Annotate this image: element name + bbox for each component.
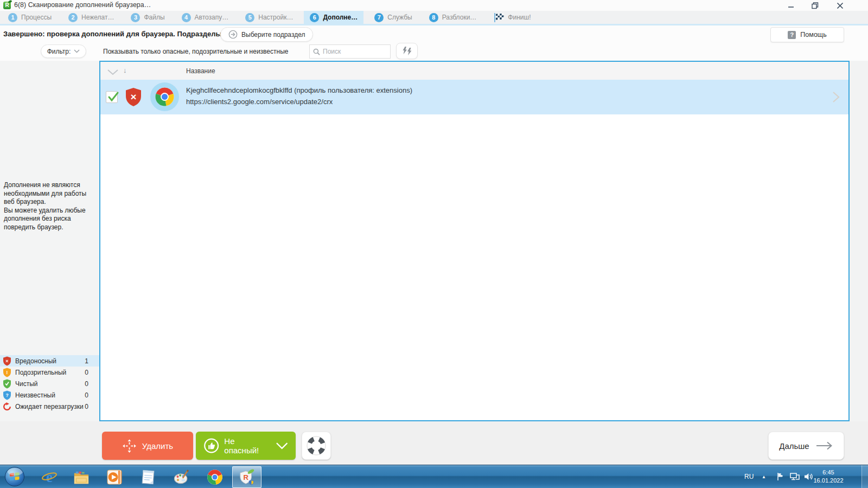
shield-x-icon: × bbox=[125, 87, 142, 107]
results-table: ↓ Название × Kjeghcllfecehndceplomkocgfb… bbox=[99, 61, 850, 421]
file-explorer-icon[interactable] bbox=[73, 469, 90, 485]
chevron-down-icon bbox=[276, 442, 288, 450]
detection-details: Kjeghcllfecehndceplomkocgfbklffd (профил… bbox=[186, 86, 412, 106]
table-header: ↓ Название bbox=[100, 62, 848, 80]
action-bar: Удалить Не опасный! Дальше bbox=[0, 421, 868, 465]
refresh-button[interactable] bbox=[396, 43, 418, 59]
stat-unknown[interactable]: ? Неизвестный 0 bbox=[0, 389, 99, 401]
addon-info-text: Дополнения не являются необходимыми для … bbox=[4, 181, 96, 232]
stat-count: 0 bbox=[85, 391, 88, 399]
close-button[interactable] bbox=[833, 0, 846, 11]
language-indicator[interactable]: RU bbox=[744, 473, 754, 480]
action-center-flag-icon[interactable] bbox=[776, 472, 786, 481]
row-checkbox-checked[interactable] bbox=[106, 91, 118, 103]
column-header-name[interactable]: Название bbox=[186, 67, 215, 75]
detection-stats: × Вредоносный 1 ! Подозрительный 0 Чисты… bbox=[0, 355, 99, 412]
stat-count: 0 bbox=[85, 403, 88, 410]
checkmark-icon bbox=[107, 90, 120, 103]
row-expand-chevron-icon[interactable] bbox=[832, 91, 840, 103]
tab-step-2-unwanted[interactable]: 2Нежелат… bbox=[62, 11, 120, 24]
next-button[interactable]: Дальше bbox=[768, 432, 844, 460]
tab-step-1-processes[interactable]: 1Процессы bbox=[2, 11, 58, 24]
finish-flag-icon bbox=[493, 12, 504, 23]
question-mark-icon: ? bbox=[788, 31, 796, 39]
svg-text:×: × bbox=[5, 358, 8, 364]
delete-button[interactable]: Удалить bbox=[102, 432, 193, 460]
paint-icon[interactable] bbox=[174, 469, 190, 485]
select-all-chevron-icon[interactable] bbox=[107, 68, 119, 78]
title-bar: R 6(8) Сканирование дополнений браузера… bbox=[0, 0, 868, 11]
chrome-extension-icon bbox=[150, 82, 179, 111]
notepad-icon[interactable] bbox=[140, 469, 156, 485]
chrome-icon[interactable] bbox=[207, 469, 223, 485]
extension-url: https://clients2.google.com/service/upda… bbox=[186, 98, 412, 106]
stat-clean[interactable]: Чистый 0 bbox=[0, 378, 99, 389]
arrow-right-icon bbox=[816, 441, 833, 450]
svg-text:?: ? bbox=[5, 393, 8, 398]
lifebuoy-button[interactable] bbox=[302, 432, 331, 460]
wizard-step-bar: 1Процессы 2Нежелат… 3Файлы 4Автозапу… 5Н… bbox=[0, 11, 868, 25]
sidebar: Дополнения не являются необходимыми для … bbox=[0, 61, 99, 421]
minimize-button[interactable] bbox=[784, 0, 797, 11]
thumbs-up-icon bbox=[203, 438, 219, 454]
media-player-icon[interactable] bbox=[106, 469, 123, 485]
circle-arrow-icon bbox=[228, 30, 238, 39]
stat-pending-restart[interactable]: Ожидает перезагрузки 0 bbox=[0, 401, 99, 412]
filter-dropdown[interactable]: Фильтр: bbox=[41, 44, 86, 58]
extension-name: Kjeghcllfecehndceplomkocgfbklffd (профил… bbox=[186, 86, 412, 94]
shield-exclaim-icon: ! bbox=[3, 368, 11, 377]
stat-count: 1 bbox=[85, 357, 88, 365]
tab-step-6-addons[interactable]: 6Дополне… bbox=[304, 11, 363, 24]
roguekiller-taskbar-button[interactable]: R bbox=[232, 466, 261, 488]
restart-icon bbox=[3, 402, 11, 411]
taskbar-clock[interactable]: 6:45 16.01.2022 bbox=[809, 468, 847, 485]
move-crosshair-icon bbox=[122, 439, 137, 453]
lifebuoy-icon bbox=[305, 435, 327, 457]
shield-check-icon bbox=[3, 379, 11, 389]
header-zone: Завершено: проверка дополнений для брауз… bbox=[0, 25, 868, 61]
show-desktop-button[interactable] bbox=[861, 465, 868, 488]
choose-subsection-button[interactable]: Выберите подраздел bbox=[220, 27, 313, 42]
filter-description-text: Показывать только опасные, подозрительны… bbox=[103, 48, 288, 55]
svg-text:×: × bbox=[130, 91, 136, 102]
stat-malicious[interactable]: × Вредоносный 1 bbox=[0, 355, 99, 367]
network-icon[interactable] bbox=[789, 472, 800, 481]
tab-step-8-unlock[interactable]: 8Разблоки… bbox=[423, 11, 483, 24]
window-title: 6(8) Сканирование дополнений браузера… bbox=[14, 1, 151, 9]
not-dangerous-button[interactable]: Не опасный! bbox=[196, 432, 296, 460]
close-icon bbox=[837, 2, 844, 9]
internet-explorer-icon[interactable]: e bbox=[41, 469, 58, 485]
tab-step-4-autorun[interactable]: 4Автозапу… bbox=[176, 11, 235, 24]
stat-count: 0 bbox=[85, 380, 88, 388]
clock-time: 6:45 bbox=[809, 468, 847, 477]
tab-step-finish[interactable]: Финиш! bbox=[487, 11, 537, 24]
search-icon bbox=[313, 48, 320, 55]
shield-question-icon: ? bbox=[3, 390, 11, 400]
search-box bbox=[309, 44, 391, 59]
scan-status-text: Завершено: проверка дополнений для брауз… bbox=[3, 30, 234, 38]
sort-down-icon[interactable]: ↓ bbox=[123, 66, 127, 74]
clock-date: 16.01.2022 bbox=[809, 477, 847, 485]
tab-step-3-files[interactable]: 3Файлы bbox=[125, 11, 170, 24]
roguekiller-app-icon: R bbox=[3, 2, 11, 9]
svg-text:R: R bbox=[243, 473, 248, 481]
svg-text:e: e bbox=[46, 469, 53, 485]
roguekiller-icon: R bbox=[239, 469, 255, 485]
refresh-bolts-icon bbox=[403, 47, 412, 55]
tab-step-7-services[interactable]: 7Службы bbox=[368, 11, 418, 24]
stat-suspicious[interactable]: ! Подозрительный 0 bbox=[0, 367, 99, 378]
chevron-down-icon bbox=[74, 49, 80, 53]
stat-count: 0 bbox=[85, 369, 88, 376]
svg-text:!: ! bbox=[7, 370, 8, 375]
detection-row[interactable]: × Kjeghcllfecehndceplomkocgfbklffd (проф… bbox=[100, 80, 848, 114]
tray-expand-icon[interactable]: ▲ bbox=[762, 474, 766, 479]
tab-step-5-settings[interactable]: 5Настройк… bbox=[239, 11, 299, 24]
restore-icon bbox=[812, 2, 819, 9]
shield-x-icon: × bbox=[3, 356, 11, 366]
help-button[interactable]: ? Помощь bbox=[770, 27, 844, 42]
start-button[interactable] bbox=[5, 467, 24, 486]
minimize-icon bbox=[788, 2, 794, 9]
search-input[interactable] bbox=[323, 48, 382, 55]
restore-button[interactable] bbox=[808, 0, 821, 11]
windows-taskbar: e bbox=[0, 465, 868, 488]
